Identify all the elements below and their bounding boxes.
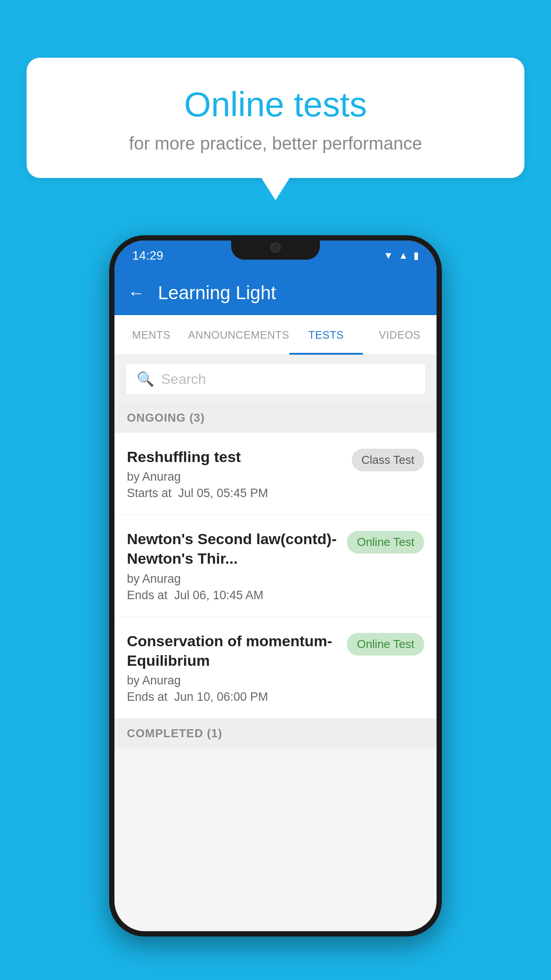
- phone-notch: [231, 235, 320, 260]
- test-badge: Class Test: [352, 449, 424, 471]
- phone-screen: 14:29 ▼ ▲ ▮ ← Learning Light MENTS ANNOU…: [114, 241, 437, 931]
- phone-device: 14:29 ▼ ▲ ▮ ← Learning Light MENTS ANNOU…: [109, 235, 442, 937]
- test-badge: Online Test: [347, 633, 424, 656]
- test-info: Conservation of momentum-Equilibrium by …: [127, 631, 338, 704]
- status-icons: ▼ ▲ ▮: [383, 250, 419, 261]
- test-badge: Online Test: [347, 531, 424, 553]
- completed-label: COMPLETED (1): [127, 727, 222, 740]
- search-icon: 🔍: [137, 371, 154, 387]
- test-title: Reshuffling test: [127, 447, 343, 466]
- wifi-icon: ▼: [383, 250, 393, 261]
- test-title: Newton's Second law(contd)-Newton's Thir…: [127, 529, 338, 568]
- tab-videos[interactable]: VIDEOS: [363, 315, 437, 355]
- test-info: Newton's Second law(contd)-Newton's Thir…: [127, 529, 338, 602]
- test-date: Starts at Jul 05, 05:45 PM: [127, 486, 343, 500]
- search-placeholder: Search: [161, 371, 206, 387]
- test-date: Ends at Jul 06, 10:45 AM: [127, 589, 338, 602]
- battery-icon: ▮: [413, 250, 419, 261]
- tab-tests[interactable]: TESTS: [289, 315, 363, 355]
- search-container: 🔍 Search: [114, 355, 437, 403]
- test-info: Reshuffling test by Anurag Starts at Jul…: [127, 447, 343, 500]
- ongoing-section-header: ONGOING (3): [114, 403, 437, 433]
- test-item[interactable]: Reshuffling test by Anurag Starts at Jul…: [114, 433, 437, 515]
- test-author: by Anurag: [127, 470, 343, 484]
- ongoing-label: ONGOING (3): [127, 411, 205, 424]
- test-item[interactable]: Conservation of momentum-Equilibrium by …: [114, 617, 437, 719]
- completed-section-header: COMPLETED (1): [114, 719, 437, 748]
- app-bar: ← Learning Light: [114, 271, 437, 315]
- back-button[interactable]: ←: [128, 284, 145, 303]
- speech-bubble: Online tests for more practice, better p…: [27, 58, 524, 178]
- signal-icon: ▲: [398, 250, 408, 261]
- phone-frame: 14:29 ▼ ▲ ▮ ← Learning Light MENTS ANNOU…: [109, 235, 442, 937]
- test-author: by Anurag: [127, 674, 338, 688]
- test-author: by Anurag: [127, 572, 338, 586]
- app-title: Learning Light: [158, 282, 276, 304]
- search-bar[interactable]: 🔍 Search: [125, 363, 426, 395]
- test-title: Conservation of momentum-Equilibrium: [127, 631, 338, 670]
- front-camera: [270, 242, 281, 253]
- tab-assignments[interactable]: MENTS: [114, 315, 188, 355]
- test-date: Ends at Jun 10, 06:00 PM: [127, 690, 338, 704]
- test-item[interactable]: Newton's Second law(contd)-Newton's Thir…: [114, 515, 437, 616]
- bubble-title: Online tests: [62, 84, 489, 125]
- bubble-subtitle: for more practice, better performance: [62, 134, 489, 154]
- status-time: 14:29: [132, 249, 163, 263]
- promo-section: Online tests for more practice, better p…: [27, 58, 524, 178]
- tab-bar: MENTS ANNOUNCEMENTS TESTS VIDEOS: [114, 315, 437, 355]
- tab-announcements[interactable]: ANNOUNCEMENTS: [188, 315, 289, 355]
- test-list: Reshuffling test by Anurag Starts at Jul…: [114, 433, 437, 719]
